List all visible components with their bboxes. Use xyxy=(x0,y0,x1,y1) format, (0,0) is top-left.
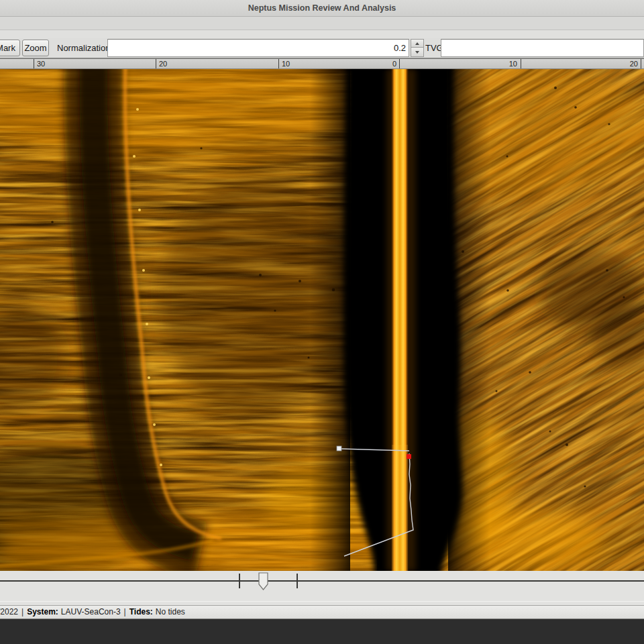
spinner-up-button[interactable] xyxy=(411,39,424,48)
sonar-waterfall-image xyxy=(0,69,644,571)
ruler-tick xyxy=(156,59,156,68)
annotation-start-marker[interactable] xyxy=(337,446,341,451)
ruler-tick xyxy=(641,59,641,68)
slider-track[interactable] xyxy=(0,580,644,582)
annotation-point-marker[interactable] xyxy=(407,454,411,459)
status-tides-value: No tides xyxy=(156,607,185,616)
range-ruler: 30 20 10 0 10 20 xyxy=(0,58,644,69)
normalization-label: Normalization xyxy=(57,38,110,58)
menu-strip-upper xyxy=(0,17,644,30)
status-system-value: LAUV-SeaCon-3 xyxy=(61,607,121,616)
nadir-line xyxy=(386,69,416,571)
desktop-background xyxy=(0,619,644,644)
slider-tick xyxy=(297,574,298,588)
sidescan-toolbar: Mark Zoom Normalization TVG xyxy=(0,38,644,58)
ruler-tick xyxy=(521,59,521,68)
ruler-tick-label: 20 xyxy=(159,60,167,68)
normalization-spinner xyxy=(411,39,424,57)
ruler-tick-label: 20 xyxy=(630,60,638,68)
ruler-tick xyxy=(278,59,279,68)
status-separator: | xyxy=(21,607,23,616)
status-date: /2022 xyxy=(0,607,18,616)
slider-tick xyxy=(239,574,240,588)
sonar-waterfall[interactable] xyxy=(0,69,644,571)
spinner-down-icon xyxy=(415,51,419,54)
status-separator: | xyxy=(124,607,126,616)
ruler-tick-label: 30 xyxy=(37,60,45,68)
zoom-button[interactable]: Zoom xyxy=(22,40,49,56)
tvg-input[interactable] xyxy=(441,39,644,57)
normalization-input[interactable] xyxy=(107,39,409,57)
application-window: Neptus Mission Review And Analysis Mark … xyxy=(0,0,644,644)
status-system-label: System: xyxy=(27,607,58,616)
ruler-tick-label: 0 xyxy=(392,60,396,68)
window-title: Neptus Mission Review And Analysis xyxy=(248,3,396,13)
slider-thumb[interactable] xyxy=(258,572,270,591)
menu-strip-lower xyxy=(0,30,644,38)
ruler-tick xyxy=(34,59,34,68)
window-titlebar[interactable]: Neptus Mission Review And Analysis xyxy=(0,0,644,17)
ruler-tick xyxy=(399,59,400,68)
ruler-tick-label: 10 xyxy=(282,60,290,68)
mark-button[interactable]: Mark xyxy=(0,40,20,56)
status-bar: /2022|System:LAUV-SeaCon-3|Tides:No tide… xyxy=(0,605,644,619)
ruler-tick-label: 10 xyxy=(509,60,517,68)
spinner-up-icon xyxy=(415,42,419,45)
status-tides-label: Tides: xyxy=(129,607,153,616)
timeline-slider xyxy=(0,571,644,605)
substrip-divider xyxy=(0,601,644,602)
spinner-down-button[interactable] xyxy=(411,48,424,57)
